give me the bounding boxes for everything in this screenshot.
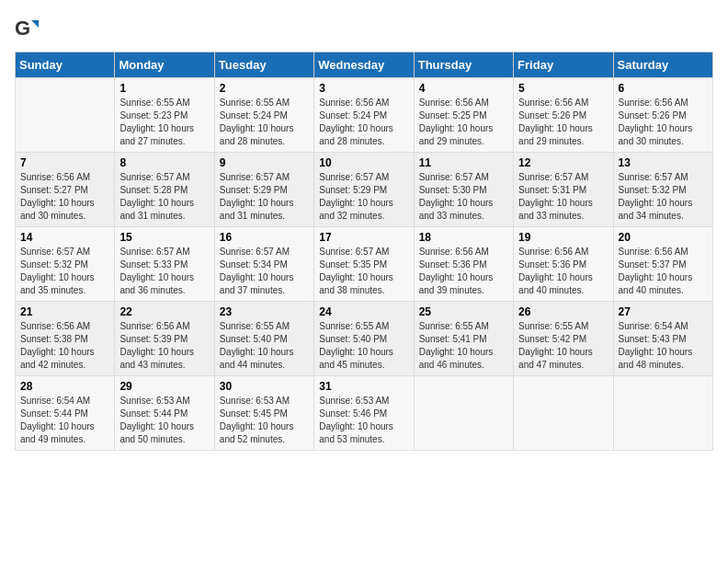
day-number: 20: [619, 231, 708, 244]
day-number: 17: [319, 231, 408, 244]
header-row: SundayMondayTuesdayWednesdayThursdayFrid…: [16, 52, 713, 78]
day-info: Sunrise: 6:55 AMSunset: 5:41 PMDaylight:…: [419, 320, 508, 372]
day-number: 12: [518, 156, 608, 169]
day-info: Sunrise: 6:56 AMSunset: 5:26 PMDaylight:…: [518, 97, 608, 148]
day-info: Sunrise: 6:56 AMSunset: 5:38 PMDaylight:…: [20, 320, 109, 372]
day-number: 18: [419, 231, 508, 244]
day-info: Sunrise: 6:53 AMSunset: 5:46 PMDaylight:…: [319, 395, 408, 446]
calendar-cell: 27 Sunrise: 6:54 AMSunset: 5:43 PMDaylig…: [613, 302, 712, 376]
day-number: 19: [518, 231, 608, 244]
day-number: 30: [220, 380, 309, 393]
day-number: 23: [220, 305, 309, 318]
day-number: 3: [319, 82, 408, 95]
day-number: 6: [619, 82, 708, 95]
day-number: 25: [419, 305, 508, 318]
day-number: 10: [319, 156, 408, 169]
day-info: Sunrise: 6:56 AMSunset: 5:25 PMDaylight:…: [419, 97, 508, 148]
day-number: 15: [119, 231, 209, 244]
calendar-cell: 6 Sunrise: 6:56 AMSunset: 5:26 PMDayligh…: [613, 78, 712, 153]
calendar-cell: [514, 376, 613, 451]
day-info: Sunrise: 6:53 AMSunset: 5:45 PMDaylight:…: [220, 395, 309, 446]
calendar-cell: 23 Sunrise: 6:55 AMSunset: 5:40 PMDaylig…: [214, 302, 313, 376]
calendar-cell: 29 Sunrise: 6:53 AMSunset: 5:44 PMDaylig…: [115, 376, 214, 451]
day-info: Sunrise: 6:57 AMSunset: 5:33 PMDaylight:…: [119, 246, 209, 297]
day-info: Sunrise: 6:56 AMSunset: 5:36 PMDaylight:…: [518, 246, 608, 297]
calendar-cell: 4 Sunrise: 6:56 AMSunset: 5:25 PMDayligh…: [414, 78, 513, 153]
week-row-2: 7 Sunrise: 6:56 AMSunset: 5:27 PMDayligh…: [16, 153, 713, 227]
week-row-5: 28 Sunrise: 6:54 AMSunset: 5:44 PMDaylig…: [16, 376, 713, 451]
day-number: 2: [220, 82, 309, 95]
page-header: G: [15, 15, 713, 40]
day-info: Sunrise: 6:56 AMSunset: 5:26 PMDaylight:…: [619, 97, 708, 148]
day-info: Sunrise: 6:54 AMSunset: 5:43 PMDaylight:…: [619, 320, 708, 372]
day-info: Sunrise: 6:55 AMSunset: 5:23 PMDaylight:…: [119, 97, 209, 148]
day-header-sunday: Sunday: [16, 52, 115, 78]
day-info: Sunrise: 6:57 AMSunset: 5:34 PMDaylight:…: [220, 246, 309, 297]
day-number: 4: [419, 82, 508, 95]
calendar-cell: 20 Sunrise: 6:56 AMSunset: 5:37 PMDaylig…: [613, 227, 712, 302]
week-row-1: 1 Sunrise: 6:55 AMSunset: 5:23 PMDayligh…: [16, 78, 713, 153]
calendar-cell: 3 Sunrise: 6:56 AMSunset: 5:24 PMDayligh…: [314, 78, 414, 153]
logo-icon: G: [15, 15, 40, 40]
calendar-cell: 28 Sunrise: 6:54 AMSunset: 5:44 PMDaylig…: [16, 376, 115, 451]
day-number: 1: [119, 82, 209, 95]
day-info: Sunrise: 6:57 AMSunset: 5:29 PMDaylight:…: [319, 171, 408, 223]
day-info: Sunrise: 6:56 AMSunset: 5:37 PMDaylight:…: [619, 246, 708, 297]
day-number: 29: [119, 380, 209, 393]
day-number: 24: [319, 305, 408, 318]
day-info: Sunrise: 6:57 AMSunset: 5:28 PMDaylight:…: [119, 171, 209, 223]
svg-marker-1: [31, 20, 39, 28]
day-info: Sunrise: 6:56 AMSunset: 5:27 PMDaylight:…: [20, 171, 109, 223]
svg-text:G: G: [15, 17, 30, 40]
calendar-cell: 2 Sunrise: 6:55 AMSunset: 5:24 PMDayligh…: [214, 78, 313, 153]
calendar-cell: [16, 78, 115, 153]
day-number: 31: [319, 380, 408, 393]
calendar-cell: 12 Sunrise: 6:57 AMSunset: 5:31 PMDaylig…: [514, 153, 613, 227]
day-info: Sunrise: 6:55 AMSunset: 5:42 PMDaylight:…: [518, 320, 608, 372]
calendar-cell: 11 Sunrise: 6:57 AMSunset: 5:30 PMDaylig…: [414, 153, 513, 227]
day-header-saturday: Saturday: [613, 52, 712, 78]
day-number: 28: [20, 380, 109, 393]
calendar-cell: 30 Sunrise: 6:53 AMSunset: 5:45 PMDaylig…: [214, 376, 313, 451]
day-info: Sunrise: 6:57 AMSunset: 5:32 PMDaylight:…: [20, 246, 109, 297]
day-info: Sunrise: 6:57 AMSunset: 5:29 PMDaylight:…: [220, 171, 309, 223]
day-number: 16: [220, 231, 309, 244]
day-info: Sunrise: 6:55 AMSunset: 5:40 PMDaylight:…: [319, 320, 408, 372]
calendar-cell: 1 Sunrise: 6:55 AMSunset: 5:23 PMDayligh…: [115, 78, 214, 153]
week-row-4: 21 Sunrise: 6:56 AMSunset: 5:38 PMDaylig…: [16, 302, 713, 376]
day-number: 11: [419, 156, 508, 169]
day-number: 22: [119, 305, 209, 318]
logo: G: [15, 15, 44, 40]
day-number: 13: [619, 156, 708, 169]
day-info: Sunrise: 6:56 AMSunset: 5:39 PMDaylight:…: [119, 320, 209, 372]
day-header-wednesday: Wednesday: [314, 52, 414, 78]
calendar-cell: 15 Sunrise: 6:57 AMSunset: 5:33 PMDaylig…: [115, 227, 214, 302]
day-header-friday: Friday: [514, 52, 613, 78]
day-header-tuesday: Tuesday: [214, 52, 313, 78]
day-info: Sunrise: 6:57 AMSunset: 5:32 PMDaylight:…: [619, 171, 708, 223]
day-header-monday: Monday: [115, 52, 214, 78]
calendar-cell: 26 Sunrise: 6:55 AMSunset: 5:42 PMDaylig…: [514, 302, 613, 376]
day-info: Sunrise: 6:56 AMSunset: 5:36 PMDaylight:…: [419, 246, 508, 297]
calendar-cell: 5 Sunrise: 6:56 AMSunset: 5:26 PMDayligh…: [514, 78, 613, 153]
day-number: 21: [20, 305, 109, 318]
calendar-cell: 21 Sunrise: 6:56 AMSunset: 5:38 PMDaylig…: [16, 302, 115, 376]
week-row-3: 14 Sunrise: 6:57 AMSunset: 5:32 PMDaylig…: [16, 227, 713, 302]
calendar-cell: 10 Sunrise: 6:57 AMSunset: 5:29 PMDaylig…: [314, 153, 414, 227]
calendar-cell: 8 Sunrise: 6:57 AMSunset: 5:28 PMDayligh…: [115, 153, 214, 227]
day-info: Sunrise: 6:55 AMSunset: 5:40 PMDaylight:…: [220, 320, 309, 372]
calendar-cell: 9 Sunrise: 6:57 AMSunset: 5:29 PMDayligh…: [214, 153, 313, 227]
calendar-cell: 19 Sunrise: 6:56 AMSunset: 5:36 PMDaylig…: [514, 227, 613, 302]
day-info: Sunrise: 6:56 AMSunset: 5:24 PMDaylight:…: [319, 97, 408, 148]
day-number: 27: [619, 305, 708, 318]
calendar-cell: 7 Sunrise: 6:56 AMSunset: 5:27 PMDayligh…: [16, 153, 115, 227]
day-number: 9: [220, 156, 309, 169]
calendar-cell: 13 Sunrise: 6:57 AMSunset: 5:32 PMDaylig…: [613, 153, 712, 227]
calendar-cell: 22 Sunrise: 6:56 AMSunset: 5:39 PMDaylig…: [115, 302, 214, 376]
calendar-cell: 31 Sunrise: 6:53 AMSunset: 5:46 PMDaylig…: [314, 376, 414, 451]
calendar-cell: 24 Sunrise: 6:55 AMSunset: 5:40 PMDaylig…: [314, 302, 414, 376]
day-number: 8: [119, 156, 209, 169]
day-info: Sunrise: 6:57 AMSunset: 5:35 PMDaylight:…: [319, 246, 408, 297]
day-info: Sunrise: 6:53 AMSunset: 5:44 PMDaylight:…: [119, 395, 209, 446]
day-number: 26: [518, 305, 608, 318]
